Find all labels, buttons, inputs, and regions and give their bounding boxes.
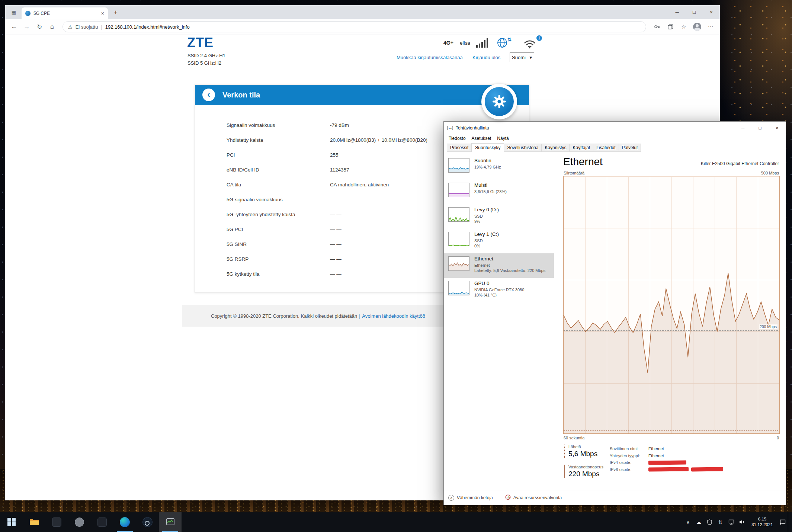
row-value: — — xyxy=(330,241,342,247)
home-icon[interactable]: ⌂ xyxy=(46,21,58,33)
close-button[interactable]: × xyxy=(703,5,720,19)
row-value: -79 dBm xyxy=(330,122,349,128)
action-center-icon[interactable] xyxy=(777,512,788,532)
open-source-link[interactable]: Avoimen lähdekoodin käyttöö xyxy=(362,313,425,319)
forward-icon[interactable]: → xyxy=(21,21,33,33)
volume-icon[interactable] xyxy=(737,512,747,532)
task-manager-taskbar-icon[interactable] xyxy=(159,512,182,532)
security-shield-icon[interactable] xyxy=(704,512,715,532)
open-resource-monitor-link[interactable]: Avaa resurssienvalvonta xyxy=(513,495,562,500)
graph-marker-label: 200 Mbps xyxy=(759,324,777,329)
settings-dots-icon[interactable]: ⋯ xyxy=(704,21,717,33)
adapter-name: Killer E2500 Gigabit Ethernet Controller xyxy=(701,161,779,166)
tab-close-icon[interactable]: × xyxy=(101,10,104,16)
perf-item-detail: 19% 4,79 GHz xyxy=(474,165,501,169)
perf-item-memory[interactable]: Muisti 3,6/15,9 Gt (23%) xyxy=(444,180,554,204)
time-text: 6.15 xyxy=(748,516,776,522)
window-title: Tehtävienhallinta xyxy=(456,125,489,131)
menu-options[interactable]: Asetukset xyxy=(469,136,494,141)
property-value: Ethernet xyxy=(648,452,664,459)
collections-icon[interactable] xyxy=(664,21,677,33)
gear-icon xyxy=(492,94,507,109)
taskmanager-titlebar[interactable]: Tehtävienhallinta ─ □ × xyxy=(444,122,786,134)
perf-item-gpu[interactable]: GPU 0 NVIDIA GeForce RTX 3080 10% (41 °C… xyxy=(444,278,554,302)
perf-item-title: Suoritin xyxy=(474,158,491,163)
password-key-icon[interactable] xyxy=(651,21,663,33)
send-label: Lähetä xyxy=(568,445,597,449)
graph-max-label: 500 Mbps xyxy=(761,171,779,175)
start-button[interactable] xyxy=(0,512,23,532)
perf-item-disk0[interactable]: Levy 0 (D:) SSD 9% xyxy=(444,204,554,229)
file-explorer-icon[interactable] xyxy=(23,512,45,532)
menu-view[interactable]: Näytä xyxy=(494,136,512,141)
new-tab-button[interactable]: + xyxy=(111,7,121,17)
task-manager-window: Tehtävienhallinta ─ □ × Tiedosto Asetuks… xyxy=(443,121,786,505)
row-value: 1124357 xyxy=(330,167,349,173)
language-select[interactable]: Suomi ▾ xyxy=(510,52,534,62)
send-stat: Lähetä 5,6 Mbps xyxy=(564,445,597,458)
pinned-app-1-icon[interactable] xyxy=(45,512,68,532)
minimize-button[interactable]: ─ xyxy=(734,122,751,134)
perf-item-disk1[interactable]: Levy 1 (C:) SSD 0% xyxy=(444,229,554,253)
wifi-icon[interactable] xyxy=(522,38,537,50)
refresh-icon[interactable]: ↻ xyxy=(33,21,45,33)
row-label: 5G kytketty tila xyxy=(227,271,330,277)
address-bar[interactable]: ⚠ Ei suojattu | 192.168.100.1/index.html… xyxy=(62,21,646,32)
tab-processes[interactable]: Prosessit xyxy=(447,144,472,152)
tab-services[interactable]: Palvelut xyxy=(619,144,641,152)
ethernet-graph-canvas xyxy=(564,176,779,433)
receive-stat: Vastaanottonopeus 220 Mbps xyxy=(564,465,603,478)
close-button[interactable]: × xyxy=(769,122,786,134)
pinned-app-2-icon[interactable] xyxy=(68,512,91,532)
row-label: Signaalin voimakkuus xyxy=(227,122,330,128)
network-icon[interactable] xyxy=(726,512,737,532)
ssid-5ghz: SSID 5 GHz:H2 xyxy=(187,60,225,67)
fewer-details-button[interactable]: Vähemmän tietoja xyxy=(457,495,493,500)
perf-item-detail2: Lähetetty: 5,6 Vastaanotettu: 220 Mbps xyxy=(474,268,545,273)
onedrive-icon[interactable]: ☁ xyxy=(693,512,704,532)
tab-app-history[interactable]: Sovellushistoria xyxy=(504,144,542,152)
back-icon[interactable]: ← xyxy=(8,21,20,33)
taskbar: ∧ ☁ ⇅ 6.15 31.12.2021 xyxy=(0,512,792,532)
maximize-button[interactable]: □ xyxy=(686,5,703,19)
maximize-button[interactable]: □ xyxy=(751,122,769,134)
logout-link[interactable]: Kirjaudu ulos xyxy=(472,55,500,60)
perf-item-detail: NVIDIA GeForce RTX 3080 xyxy=(474,288,524,292)
browser-tab[interactable]: 5G CPE × xyxy=(22,7,108,19)
receive-label: Vastaanottonopeus xyxy=(568,465,603,469)
settings-gear-button[interactable] xyxy=(481,84,517,119)
internet-globe-icon: ⇅ xyxy=(496,37,512,49)
tab-users[interactable]: Käyttäjät xyxy=(569,144,593,152)
row-label: PCI xyxy=(227,152,330,158)
profile-avatar[interactable] xyxy=(691,21,703,33)
redaction-marker xyxy=(648,467,689,472)
tab-search-icon[interactable]: ▦ xyxy=(9,7,19,17)
pinned-app-3-icon[interactable] xyxy=(91,512,113,532)
row-label: 5G RSRP xyxy=(227,256,330,262)
perf-item-cpu[interactable]: Suoritin 19% 4,79 GHz xyxy=(444,155,554,180)
favorites-star-icon[interactable]: ☆ xyxy=(677,21,690,33)
performance-main: Ethernet Killer E2500 Gigabit Ethernet C… xyxy=(554,153,786,490)
perf-item-ethernet[interactable]: Ethernet Ethernet Lähetetty: 5,6 Vastaan… xyxy=(444,253,554,278)
menu-file[interactable]: Tiedosto xyxy=(446,136,469,141)
perf-item-detail2: 9% xyxy=(474,219,480,224)
row-label: 5G-signaalin voimakkuus xyxy=(227,197,330,202)
activity-icon[interactable]: ⇅ xyxy=(715,512,726,532)
tab-details[interactable]: Lisätiedot xyxy=(593,144,619,152)
steam-icon[interactable] xyxy=(136,512,159,532)
hidden-icons-chevron[interactable]: ∧ xyxy=(683,512,693,532)
tab-performance[interactable]: Suorituskyky xyxy=(471,143,504,152)
perf-item-detail: SSD xyxy=(474,214,483,218)
taskmanager-tabs: Prosessit Suorituskyky Sovellushistoria … xyxy=(444,142,786,152)
tab-startup[interactable]: Käynnistys xyxy=(541,144,570,152)
show-desktop-button[interactable] xyxy=(788,512,791,532)
edit-password-link[interactable]: Muokkaa kirjautumissalasanaa xyxy=(397,55,463,60)
property-label: IPv4-osoite: xyxy=(610,459,648,466)
minimize-button[interactable]: ─ xyxy=(668,5,686,19)
back-button[interactable]: ‹ xyxy=(202,89,215,101)
connection-properties: Sovittimen nimi: Ethernet Yhteyden tyypp… xyxy=(610,445,723,473)
folder-icon xyxy=(29,518,39,526)
clock[interactable]: 6.15 31.12.2021 xyxy=(747,516,777,528)
edge-browser-icon[interactable] xyxy=(113,512,136,532)
row-value: 20.0MHz@1800(B3) + 10.0MHz@800(B20) xyxy=(330,137,427,143)
